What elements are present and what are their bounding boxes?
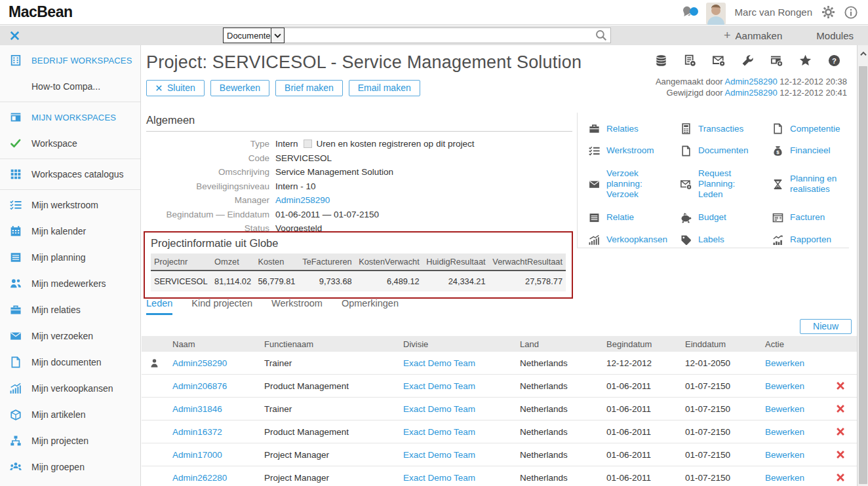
sidebar-item-workspaces-catalogus[interactable]: Workspaces catalogus: [0, 161, 140, 187]
member-division-link[interactable]: Exact Demo Team: [403, 473, 475, 483]
star-icon[interactable]: [799, 54, 812, 67]
create-button[interactable]: +Aanmaken: [724, 29, 782, 43]
quicklink-label: Planning en realisaties: [790, 174, 849, 195]
member-division-link[interactable]: Exact Demo Team: [403, 381, 475, 391]
tab-opmerkingen[interactable]: Opmerkingen: [342, 298, 399, 315]
settings-gear-icon[interactable]: [821, 5, 835, 19]
manager-link[interactable]: Admin258290: [275, 193, 330, 208]
member-edit-link[interactable]: Bewerken: [765, 450, 804, 460]
member-name-link[interactable]: Admin206876: [172, 381, 227, 391]
sidebar-item-mijn-planning[interactable]: Mijn planning: [0, 244, 140, 271]
quicklink-request-planning-leden[interactable]: Request Planning: Leden: [681, 168, 772, 200]
brief-maken-button[interactable]: Brief maken: [275, 80, 343, 96]
quicklink-relatie[interactable]: Relatie: [589, 212, 681, 223]
member-name-link[interactable]: Admin31846: [172, 404, 222, 414]
sidebar-item-mijn-medewerkers[interactable]: Mijn medewerkers: [0, 271, 140, 297]
quicklink-werkstroom[interactable]: Werkstroom: [589, 145, 681, 157]
tab-werkstroom[interactable]: Werkstroom: [271, 298, 323, 315]
member-name-link[interactable]: Admin16372: [172, 427, 222, 437]
modules-button[interactable]: Modules: [816, 30, 854, 41]
list-lines-icon: [10, 252, 22, 263]
quicklink-transacties[interactable]: Transacties: [681, 123, 772, 134]
app-logo[interactable]: MacBean: [9, 3, 72, 21]
quicklink-relaties[interactable]: Relaties: [589, 123, 681, 134]
sluiten-button[interactable]: Sluiten: [146, 80, 205, 96]
globe-cell: 9,733.68: [299, 271, 355, 291]
quicklink-verzoek-planning-verzoek[interactable]: Verzoek planning: Verzoek: [589, 168, 681, 200]
quicklink-documenten[interactable]: Documenten: [681, 145, 772, 157]
created-by-link[interactable]: Admin258290: [724, 77, 777, 86]
member-delete-button[interactable]: [823, 404, 857, 413]
quicklink-labels[interactable]: Labels: [681, 234, 772, 246]
member-end-date: 01-07-2150: [685, 427, 730, 437]
info-icon[interactable]: [844, 6, 858, 19]
sidebar-item-mijn-verkoopkansen[interactable]: Mijn verkoopkansen: [0, 375, 140, 402]
modified-by-link[interactable]: Admin258290: [724, 88, 777, 98]
question-icon[interactable]: ?: [828, 54, 840, 67]
member-start-date: 01-06-2011: [606, 404, 651, 414]
vertical-scrollbar[interactable]: [857, 45, 868, 486]
member-name-link[interactable]: Admin17000: [172, 450, 222, 460]
mail-badge-icon[interactable]: [713, 54, 725, 67]
member-delete-button[interactable]: [823, 450, 857, 459]
member-delete-button[interactable]: [823, 381, 857, 390]
sidebar-item-mijn-workspaces[interactable]: MIJN WORKSPACES: [0, 104, 140, 130]
search-input[interactable]: [285, 28, 611, 43]
search-icon[interactable]: [595, 29, 607, 41]
member-edit-link[interactable]: Bewerken: [765, 473, 804, 483]
sidebar-item-mijn-projecten[interactable]: Mijn projecten: [0, 428, 140, 454]
member-end-date: 01-07-2150: [685, 404, 730, 414]
quicklink-verkoopkansen[interactable]: Verkoopkansen: [589, 234, 681, 246]
tab-leden[interactable]: Leden: [146, 298, 172, 315]
member-delete-button[interactable]: [823, 427, 857, 436]
member-division-link[interactable]: Exact Demo Team: [403, 427, 475, 437]
quicklink-facturen[interactable]: Facturen: [772, 212, 849, 223]
sidebar-item-mijn-artikelen[interactable]: Mijn artikelen: [0, 402, 140, 428]
sidebar-item-mijn-verzoeken[interactable]: Mijn verzoeken: [0, 323, 140, 349]
quicklink-budget[interactable]: Budget: [681, 212, 772, 223]
hours-costs-checkbox[interactable]: [304, 140, 312, 148]
search-scope-select[interactable]: Documenten: [223, 28, 285, 43]
scrollbar-thumb[interactable]: [859, 66, 867, 484]
member-delete-button[interactable]: [823, 473, 857, 482]
member-edit-link[interactable]: Bewerken: [765, 404, 804, 414]
sidebar-item-mijn-werkstroom[interactable]: Mijn werkstroom: [0, 192, 140, 218]
member-edit-link[interactable]: Bewerken: [765, 381, 804, 391]
new-member-button[interactable]: Nieuw: [800, 319, 852, 334]
user-name[interactable]: Marc van Rongen: [735, 7, 812, 18]
member-edit-link[interactable]: Bewerken: [765, 427, 804, 437]
scroll-up-button[interactable]: [858, 50, 868, 60]
email-maken-button[interactable]: Email maken: [349, 80, 420, 96]
sidebar-item-how-to-compa[interactable]: How-to Compa...: [0, 73, 140, 100]
sidebar-item-bedrijf-workspaces[interactable]: BEDRIJF WORKSPACES: [0, 47, 140, 73]
bewerken-button[interactable]: Bewerken: [210, 80, 269, 96]
quicklink-planning-en-realisaties[interactable]: Planning en realisaties: [772, 174, 849, 195]
search-scope-value: Documenten: [224, 31, 271, 41]
window-badge-icon[interactable]: [770, 54, 783, 67]
wrench-icon[interactable]: [741, 54, 754, 67]
member-name-link[interactable]: Admin258290: [172, 358, 227, 368]
sidebar-item-mijn-groepen[interactable]: Mijn groepen: [0, 454, 140, 480]
sidebar-item-mijn-documenten[interactable]: Mijn documenten: [0, 349, 140, 375]
user-avatar[interactable]: [706, 3, 726, 25]
sidebar-item-workspace[interactable]: Workspace: [0, 130, 140, 157]
sidebar-item-mijn-relaties[interactable]: Mijn relaties: [0, 297, 140, 323]
member-division-link[interactable]: Exact Demo Team: [403, 404, 475, 414]
quicklink-rapporten[interactable]: Rapporten: [772, 234, 849, 246]
quicklink-financieel[interactable]: $Financieel: [772, 145, 849, 157]
quicklink-competentie[interactable]: Competentie: [772, 123, 849, 134]
database-icon[interactable]: [655, 54, 667, 67]
notifications-bell[interactable]: [681, 5, 697, 20]
close-workspace-icon[interactable]: [9, 30, 20, 41]
doc-badge-icon[interactable]: [684, 54, 696, 67]
member-name-link-cell: Admin258290: [167, 358, 258, 368]
member-edit-link[interactable]: Bewerken: [765, 358, 804, 368]
member-name-link[interactable]: Admin262280: [172, 473, 227, 483]
sidebar-item-mijn-kalender[interactable]: Mijn kalender: [0, 218, 140, 244]
tab-kind-projecten[interactable]: Kind projecten: [191, 298, 252, 315]
members-table: NaamFunctienaamDivisieLandBegindatumEind…: [142, 336, 857, 486]
member-division-link[interactable]: Exact Demo Team: [403, 450, 475, 460]
tab-strip: LedenKind projectenWerkstroomOpmerkingen: [146, 298, 399, 315]
member-division-link[interactable]: Exact Demo Team: [403, 358, 475, 368]
member-row: Admin206876Product ManagementExact Demo …: [142, 375, 857, 398]
